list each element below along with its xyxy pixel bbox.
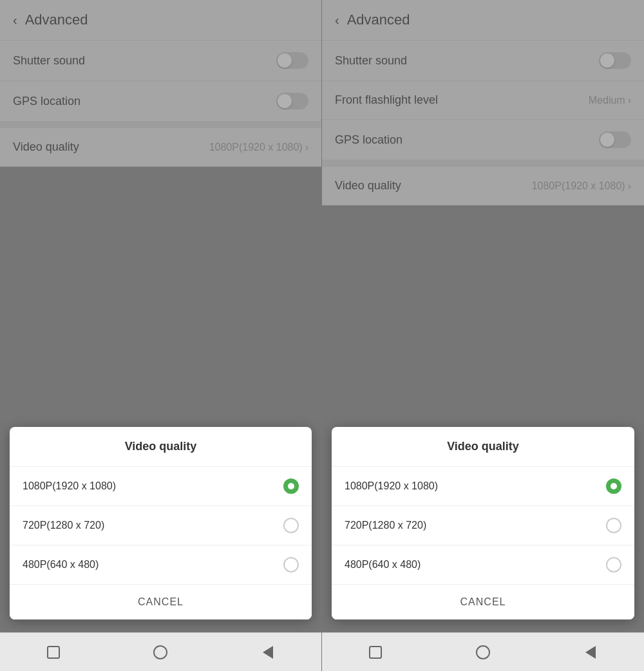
left-option-720[interactable]: 720P(1280 x 720) <box>10 506 312 545</box>
left-nav-back[interactable] <box>259 643 277 661</box>
left-circle-icon <box>153 645 167 659</box>
right-nav-home[interactable] <box>474 643 492 661</box>
left-back-icon <box>263 646 273 659</box>
right-nav-bar <box>322 632 644 671</box>
left-dialog: Video quality 1080P(1920 x 1080) 720P(12… <box>10 427 312 619</box>
right-cancel-button[interactable]: CANCEL <box>332 585 634 619</box>
left-nav-home[interactable] <box>151 643 169 661</box>
left-radio-1080[interactable] <box>283 478 299 494</box>
right-radio-1080[interactable] <box>606 478 621 494</box>
right-dialog-title: Video quality <box>332 427 634 467</box>
right-option-480-label: 480P(640 x 480) <box>345 559 421 571</box>
right-radio-480[interactable] <box>606 557 621 572</box>
left-cancel-button[interactable]: CANCEL <box>10 585 312 619</box>
left-option-720-label: 720P(1280 x 720) <box>23 520 104 531</box>
left-screen: ‹ Advanced Shutter sound GPS location Vi… <box>0 0 322 671</box>
left-nav-square[interactable] <box>44 643 62 661</box>
right-square-icon <box>369 646 382 659</box>
right-option-1080[interactable]: 1080P(1920 x 1080) <box>332 467 634 506</box>
left-option-480-label: 480P(640 x 480) <box>23 559 99 571</box>
right-screen: ‹ Advanced Shutter sound Front flashligh… <box>322 0 644 671</box>
right-option-480[interactable]: 480P(640 x 480) <box>332 545 634 585</box>
left-dialog-overlay: Video quality 1080P(1920 x 1080) 720P(12… <box>0 427 321 632</box>
left-option-1080[interactable]: 1080P(1920 x 1080) <box>10 467 312 506</box>
right-option-1080-label: 1080P(1920 x 1080) <box>345 480 438 492</box>
right-nav-back[interactable] <box>582 643 600 661</box>
right-back-icon <box>585 646 596 659</box>
left-option-480[interactable]: 480P(640 x 480) <box>10 545 312 585</box>
right-dialog-overlay: Video quality 1080P(1920 x 1080) 720P(12… <box>322 427 644 632</box>
left-option-1080-label: 1080P(1920 x 1080) <box>23 480 116 492</box>
right-radio-720[interactable] <box>606 518 621 533</box>
right-dialog: Video quality 1080P(1920 x 1080) 720P(12… <box>332 427 634 619</box>
right-option-720[interactable]: 720P(1280 x 720) <box>332 506 634 545</box>
left-radio-720[interactable] <box>283 518 299 533</box>
left-radio-480[interactable] <box>283 557 299 572</box>
left-square-icon <box>47 646 60 659</box>
left-nav-bar <box>0 632 321 671</box>
left-dialog-title: Video quality <box>10 427 312 467</box>
right-option-720-label: 720P(1280 x 720) <box>345 520 426 531</box>
right-nav-square[interactable] <box>366 643 384 661</box>
right-circle-icon <box>476 645 490 659</box>
